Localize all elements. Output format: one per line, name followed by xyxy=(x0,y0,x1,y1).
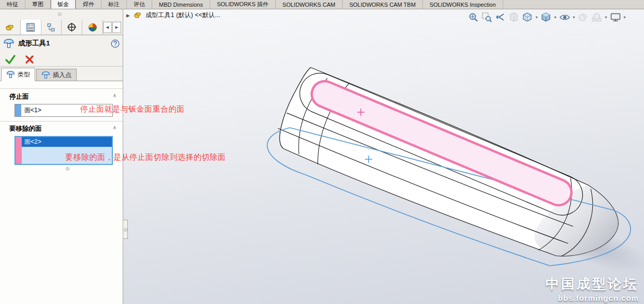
tab-type-label: 类型 xyxy=(18,70,30,79)
property-manager-icon xyxy=(26,23,35,32)
panel-flyout-handle[interactable] xyxy=(123,220,128,239)
menu-bar-filler xyxy=(503,0,644,9)
dimxpert-manager-tab[interactable] xyxy=(62,20,82,35)
command-manager-tab-bar: 特征 草图 钣金 焊件 标注 评估 MBD Dimensions SOLIDWO… xyxy=(0,0,644,9)
tab-sketch[interactable]: 草图 xyxy=(25,0,51,9)
flyout-feature-tree[interactable]: ▶ 成型工具1 (默认) <<默认... xyxy=(126,11,221,20)
tab-type[interactable]: 类型 xyxy=(1,68,35,81)
tab-solidworks-cam-tbm[interactable]: SOLIDWORKS CAM TBM xyxy=(343,0,423,9)
group-divider xyxy=(0,88,123,89)
section-view-icon xyxy=(507,10,520,24)
tab-solidworks-addins[interactable]: SOLIDWORKS 插件 xyxy=(210,0,276,9)
tree-item-label[interactable]: 成型工具1 (默认) <<默认... xyxy=(145,11,221,20)
forming-tool-icon xyxy=(6,70,15,79)
collapse-chevron-icon[interactable]: ∧ xyxy=(113,125,116,130)
scroll-left-button[interactable]: ◀ xyxy=(103,22,112,33)
stop-face-group-title: 停止面 xyxy=(9,93,29,101)
tree-expand-icon[interactable]: ▶ xyxy=(126,13,130,18)
selection-box-resize-handle[interactable] xyxy=(66,167,69,171)
apply-scene-dropdown[interactable]: ▾ xyxy=(604,15,608,20)
property-manager-header: 成形工具1 xyxy=(3,38,120,49)
tab-evaluate[interactable]: 评估 xyxy=(127,0,152,9)
watermark-title: 中国成型论坛 xyxy=(546,275,639,293)
forming-tool-icon xyxy=(41,71,50,79)
ok-button[interactable] xyxy=(5,54,16,65)
view-settings-icon[interactable] xyxy=(609,10,622,24)
solidworks-window: 特征 草图 钣金 焊件 标注 评估 MBD Dimensions SOLIDWO… xyxy=(0,0,644,304)
tab-markup[interactable]: 标注 xyxy=(101,0,127,9)
scroll-right-button[interactable]: ▶ xyxy=(112,22,121,33)
forum-watermark: 中国成型论坛 bbs.formingcn.com xyxy=(546,275,639,302)
collapse-chevron-icon[interactable]: ∧ xyxy=(113,93,116,98)
group-divider xyxy=(0,121,123,121)
confirm-bar xyxy=(5,54,35,65)
configuration-manager-icon xyxy=(47,23,56,32)
tab-sheet-metal[interactable]: 钣金 xyxy=(51,0,76,9)
zoom-to-area-icon[interactable] xyxy=(480,10,493,24)
faces-to-remove-color-swatch xyxy=(16,137,22,164)
display-style-icon[interactable] xyxy=(539,10,552,24)
tab-mbd-dimensions[interactable]: MBD Dimensions xyxy=(152,0,210,9)
panel-title: 成形工具1 xyxy=(18,39,107,48)
help-icon[interactable] xyxy=(111,39,120,48)
header-divider xyxy=(0,66,123,67)
view-orientation-dropdown[interactable]: ▾ xyxy=(534,15,539,20)
selection-item-face2[interactable]: 面<2> xyxy=(22,137,112,147)
manager-tab-strip: ◀ ▶ xyxy=(0,20,123,35)
remove-face-annotation: 要移除的面，是从停止面切除到选择的切除面 xyxy=(65,153,226,162)
hide-show-items-dropdown[interactable]: ▾ xyxy=(572,15,576,20)
zoom-to-fit-icon[interactable] xyxy=(467,10,480,24)
display-style-dropdown[interactable]: ▾ xyxy=(553,15,558,20)
flyout-handle-dot xyxy=(124,228,127,232)
previous-view-icon[interactable] xyxy=(494,10,507,24)
edit-appearance-icon xyxy=(577,10,590,24)
view-orientation-icon[interactable] xyxy=(521,10,534,24)
stop-face-annotation: 停止面就是与钣金面重合的面 xyxy=(80,104,185,114)
dimxpert-manager-icon xyxy=(67,22,77,32)
property-manager-tab[interactable] xyxy=(21,20,41,35)
display-manager-tab[interactable] xyxy=(82,20,103,35)
apply-scene-icon xyxy=(590,10,603,24)
tab-insertion-point[interactable]: 插入点 xyxy=(36,69,77,81)
stop-face-color-swatch xyxy=(15,104,21,116)
tab-weldments[interactable]: 焊件 xyxy=(76,0,101,9)
panel-splitter-handle[interactable] xyxy=(58,12,62,16)
hide-show-items-icon[interactable] xyxy=(558,10,571,24)
tab-insertion-point-label: 插入点 xyxy=(53,71,71,80)
feature-tab-bar: 类型 插入点 xyxy=(1,68,78,81)
configuration-manager-tab[interactable] xyxy=(41,20,62,35)
faces-to-remove-group-title: 要移除的面 xyxy=(9,125,42,133)
tab-solidworks-inspection[interactable]: SOLIDWORKS Inspection xyxy=(423,0,503,9)
feature-manager-tab[interactable] xyxy=(0,20,21,35)
watermark-url: bbs.formingcn.com xyxy=(546,294,639,302)
tab-features[interactable]: 特征 xyxy=(0,0,25,9)
forming-tool-icon xyxy=(3,38,14,49)
heads-up-view-toolbar: ▾ ▾ ▾ ▾ ▾ xyxy=(467,10,627,24)
feature-manager-icon xyxy=(5,23,14,32)
display-manager-icon xyxy=(88,23,97,32)
view-settings-dropdown[interactable]: ▾ xyxy=(622,15,627,20)
tab-solidworks-cam[interactable]: SOLIDWORKS CAM xyxy=(276,0,343,9)
manager-tab-scroll: ◀ ▶ xyxy=(103,20,123,35)
cancel-button[interactable] xyxy=(24,54,35,65)
part-document-icon xyxy=(134,11,142,19)
